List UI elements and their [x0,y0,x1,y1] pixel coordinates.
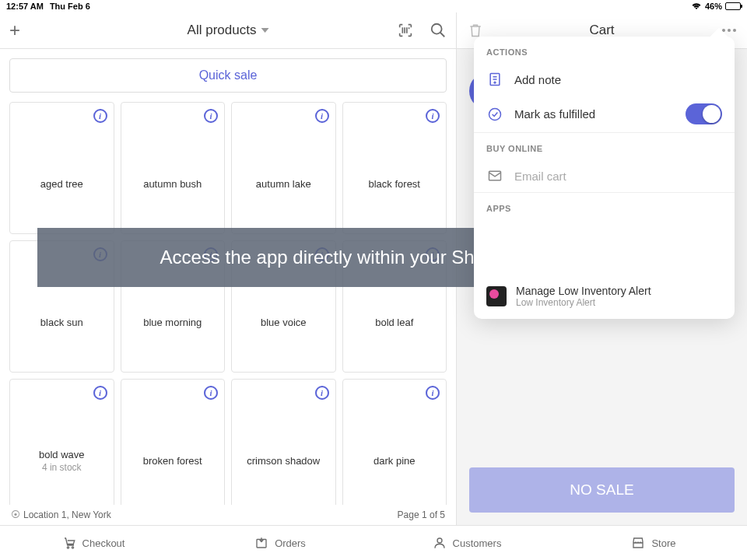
email-cart-label: Email cart [514,170,722,183]
product-card[interactable]: iaged tree [9,102,114,234]
collection-title: All products [188,23,257,38]
search-icon[interactable] [430,22,447,39]
info-icon[interactable]: i [204,386,218,400]
svg-point-7 [437,538,442,543]
product-card[interactable]: iblack forest [342,102,447,234]
status-date: Thu Feb 6 [50,2,90,11]
product-card[interactable]: iautumn bush [121,102,226,234]
product-name: broken forest [143,455,202,467]
product-name: autumn lake [256,178,311,190]
mail-icon [486,167,503,184]
product-name: bold leaf [375,317,413,328]
barcode-icon[interactable] [397,22,414,39]
actions-section-label: ACTIONS [474,37,735,63]
battery-icon [725,2,741,10]
app-item[interactable]: Manage Low Inventory Alert Low Inventory… [474,274,735,319]
info-icon[interactable]: i [426,386,440,400]
info-icon[interactable]: i [426,109,440,123]
svg-point-2 [489,108,501,120]
note-icon [486,71,503,88]
location-pin-icon: ⦿ [11,509,20,520]
product-name: aged tree [40,178,83,190]
product-card[interactable]: icrimson shadow [231,379,336,505]
nav-store[interactable]: Store [560,526,747,560]
cart-title: Cart [589,23,614,38]
product-stock: 4 in stock [42,462,82,473]
product-name: dark pine [374,455,415,467]
add-button[interactable]: + [9,19,20,41]
collection-dropdown[interactable]: All products [188,23,269,38]
quick-sale-button[interactable]: Quick sale [9,58,447,93]
info-icon[interactable]: i [93,386,107,400]
bottom-nav: Checkout Orders Customers Store [0,525,747,560]
nav-customers[interactable]: Customers [374,526,560,560]
info-icon[interactable]: i [93,109,107,123]
email-cart-item[interactable]: Email cart [474,159,735,192]
add-note-label: Add note [514,73,722,86]
mark-fulfilled-label: Mark as fulfilled [514,107,675,121]
info-icon[interactable]: i [315,386,329,400]
location-label[interactable]: ⦿Location 1, New York [11,509,111,520]
app-icon [486,286,507,306]
mark-fulfilled-item[interactable]: Mark as fulfilled [474,96,735,132]
more-button[interactable] [722,29,736,32]
status-time: 12:57 AM [6,2,44,11]
fulfilled-toggle[interactable] [686,103,722,124]
product-name: blue voice [261,317,307,328]
product-card[interactable]: ibroken forest [121,379,226,505]
battery-percent: 46% [705,2,722,11]
product-card[interactable]: idark pine [342,379,447,505]
info-icon[interactable]: i [204,109,218,123]
info-icon[interactable]: i [315,109,329,123]
nav-checkout[interactable]: Checkout [0,526,187,560]
pagination-label: Page 1 of 5 [398,509,445,520]
product-name: autumn bush [143,178,202,190]
product-name: black forest [369,178,420,190]
buy-online-section-label: BUY ONLINE [474,133,735,159]
product-name: bold wave [39,449,85,460]
svg-point-4 [67,547,68,548]
cart-actions-popover: ACTIONS Add note Mark as fulfilled BUY O… [474,37,735,319]
product-card[interactable]: iautumn lake [231,102,336,234]
product-name: crimson shadow [247,455,320,467]
product-name: blue morning [143,317,202,328]
check-circle-icon [486,106,503,123]
apps-section-label: APPS [474,193,735,219]
chevron-down-icon [261,28,268,33]
status-bar: 12:57 AM Thu Feb 6 46% [0,0,747,12]
wifi-icon [691,2,702,10]
svg-point-0 [432,24,442,34]
app-subtitle: Low Inventory Alert [516,297,651,308]
trash-icon[interactable] [468,23,483,38]
product-panel: Quick sale iaged treeiautumn bushiautumn… [0,49,456,525]
no-sale-button[interactable]: NO SALE [469,467,735,513]
product-name: black sun [40,317,83,328]
nav-orders[interactable]: Orders [187,526,374,560]
add-note-item[interactable]: Add note [474,63,735,96]
app-title: Manage Low Inventory Alert [516,285,651,297]
product-card[interactable]: ibold wave4 in stock [9,379,114,505]
svg-point-5 [72,547,73,548]
